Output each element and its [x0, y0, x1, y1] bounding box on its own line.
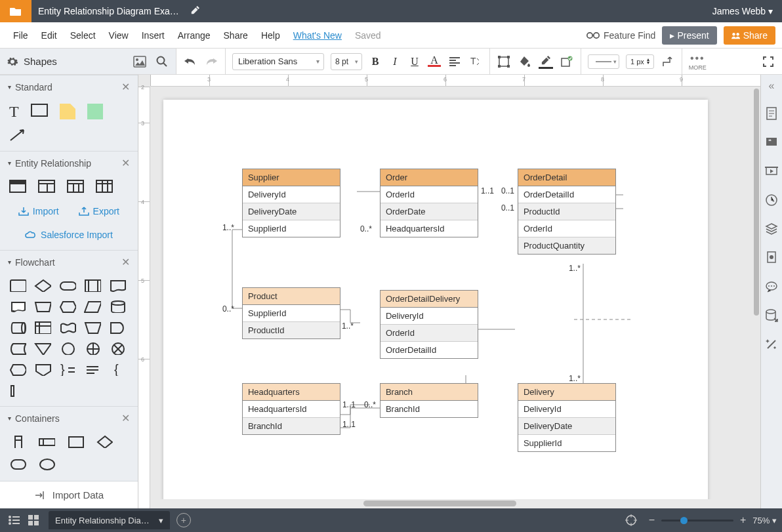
fc-predef[interactable] — [84, 279, 101, 292]
underline-icon[interactable]: U — [408, 56, 421, 68]
cat-flowchart-header[interactable]: ▾Flowchart✕ — [0, 250, 138, 274]
add-page-icon[interactable]: + — [176, 513, 191, 527]
more-button[interactable]: •••MORE — [689, 52, 707, 71]
canvas-paper[interactable]: Supplier DeliveryId DeliveryDate Supplie… — [163, 100, 708, 499]
shape-er1[interactable] — [9, 180, 26, 193]
shape-er2[interactable] — [38, 180, 55, 193]
menu-file[interactable]: File — [7, 30, 35, 41]
fc-prep[interactable] — [59, 300, 76, 313]
er-import-link[interactable]: Import — [18, 206, 59, 216]
menu-select[interactable]: Select — [64, 30, 102, 41]
linecolor-icon[interactable] — [539, 54, 553, 69]
fc-brace2[interactable]: { — [109, 363, 126, 376]
entity-branch[interactable]: Branch BranchId — [380, 383, 478, 418]
dock-master-icon[interactable] — [764, 251, 779, 265]
align-icon[interactable] — [447, 54, 462, 69]
cat-containers-header[interactable]: ▾Containers✕ — [0, 406, 138, 430]
fc-stored[interactable] — [9, 342, 26, 355]
menu-arrange[interactable]: Arrange — [171, 30, 217, 41]
dock-history-icon[interactable] — [764, 193, 779, 207]
fc-intern[interactable] — [34, 321, 51, 334]
menu-view[interactable]: View — [102, 30, 135, 41]
dock-comment-icon[interactable]: ❝ — [764, 135, 779, 150]
search-icon[interactable] — [155, 54, 169, 69]
dock-chat-icon[interactable] — [764, 279, 779, 294]
shape-er3[interactable] — [67, 180, 84, 193]
fullscreen-icon[interactable] — [761, 54, 775, 69]
scrollbar-vertical[interactable] — [752, 87, 760, 499]
fc-merge[interactable] — [34, 342, 51, 355]
dock-page-icon[interactable] — [764, 106, 779, 121]
fc-manop[interactable] — [84, 321, 101, 334]
cont-3[interactable] — [67, 435, 84, 448]
zoom-in-icon[interactable]: + — [740, 514, 746, 526]
cont-2[interactable] — [38, 435, 55, 448]
entity-odd[interactable]: OrderDetailDelivery DeliveryId OrderId O… — [380, 290, 478, 359]
textoptions-icon[interactable]: T — [468, 54, 483, 69]
menu-insert[interactable]: Insert — [135, 30, 171, 41]
entity-orderdetail[interactable]: OrderDetail OrderDetailId ProductId Orde… — [518, 169, 616, 255]
entity-supplier[interactable]: Supplier DeliveryId DeliveryDate Supplie… — [242, 169, 340, 237]
er-sf-link[interactable]: Salesforce Import — [25, 230, 113, 240]
cat-er-header[interactable]: ▾Entity Relationship✕ — [0, 151, 138, 174]
menu-edit[interactable]: Edit — [35, 30, 64, 41]
fc-card[interactable] — [9, 384, 26, 397]
shape-box-icon[interactable] — [497, 54, 511, 69]
menu-share[interactable]: Share — [217, 30, 255, 41]
shape-arrow[interactable] — [9, 129, 26, 142]
undo-icon[interactable] — [183, 54, 197, 69]
fc-tape[interactable] — [59, 321, 76, 334]
linewidth-select[interactable]: 1 px▴▾ — [626, 54, 654, 69]
fill-icon[interactable] — [518, 54, 532, 69]
dock-data-icon[interactable] — [764, 308, 779, 323]
fc-note[interactable] — [84, 363, 101, 376]
document-title[interactable]: Entity Relationship Diagram Exa… — [31, 6, 186, 16]
fc-display[interactable] — [9, 363, 26, 376]
dock-magic-icon[interactable] — [764, 337, 779, 352]
import-data-button[interactable]: Import Data — [0, 481, 138, 508]
font-select[interactable]: Liberation Sans — [232, 53, 324, 70]
menu-help[interactable]: Help — [255, 30, 287, 41]
cat-standard-header[interactable]: ▾Standard✕ — [0, 75, 138, 98]
fc-delay[interactable] — [109, 321, 126, 334]
scrollbar-horizontal[interactable] — [150, 499, 760, 508]
close-icon[interactable]: ✕ — [121, 157, 130, 169]
entity-product[interactable]: Product SupplierId ProductId — [242, 287, 340, 339]
fc-brace[interactable]: } — [59, 363, 76, 376]
fc-sum[interactable] — [109, 342, 126, 355]
shape-block[interactable] — [87, 104, 103, 119]
zoom-slider[interactable] — [661, 520, 733, 522]
entity-order[interactable]: Order OrderId OrderDate HeadquartersId — [380, 169, 478, 237]
collapse-dock-icon[interactable]: « — [768, 80, 774, 92]
entity-delivery[interactable]: Delivery DeliveryId DeliveryDate Supplie… — [518, 383, 616, 452]
cont-4[interactable] — [96, 435, 113, 448]
textcolor-icon[interactable]: A — [428, 56, 441, 67]
entity-hq[interactable]: Headquarters HeadquartersId BranchId — [242, 383, 340, 435]
redo-icon[interactable] — [204, 54, 218, 69]
page-tab[interactable]: Entity Relationship Dia…▾ — [49, 511, 170, 529]
feature-find[interactable]: Feature Find — [586, 30, 655, 41]
bold-icon[interactable]: B — [369, 56, 382, 68]
zoom-value[interactable]: 75% ▾ — [752, 516, 777, 525]
shape-note[interactable] — [60, 104, 75, 119]
dock-present-icon[interactable] — [764, 164, 779, 178]
zoom-out-icon[interactable]: − — [649, 514, 655, 526]
fc-doc[interactable] — [109, 279, 126, 292]
fc-data[interactable] — [84, 300, 101, 313]
share-button[interactable]: Share — [724, 26, 775, 45]
menu-whatsnew[interactable]: What's New — [287, 30, 348, 41]
image-icon[interactable] — [133, 54, 147, 69]
italic-icon[interactable]: I — [388, 56, 401, 68]
close-icon[interactable]: ✕ — [121, 412, 130, 424]
fc-direct[interactable] — [9, 321, 26, 334]
user-menu[interactable]: James Webb ▾ — [703, 6, 782, 16]
cont-1[interactable] — [9, 435, 26, 448]
cont-6[interactable] — [38, 457, 55, 470]
shapeoptions-icon[interactable] — [560, 54, 574, 69]
linestyle-select[interactable] — [588, 54, 619, 69]
shape-text[interactable]: T — [9, 104, 19, 119]
fc-manual[interactable] — [34, 300, 51, 313]
fc-decision[interactable] — [34, 279, 51, 292]
lineshape-icon[interactable] — [661, 54, 675, 69]
er-export-link[interactable]: Export — [79, 206, 119, 216]
